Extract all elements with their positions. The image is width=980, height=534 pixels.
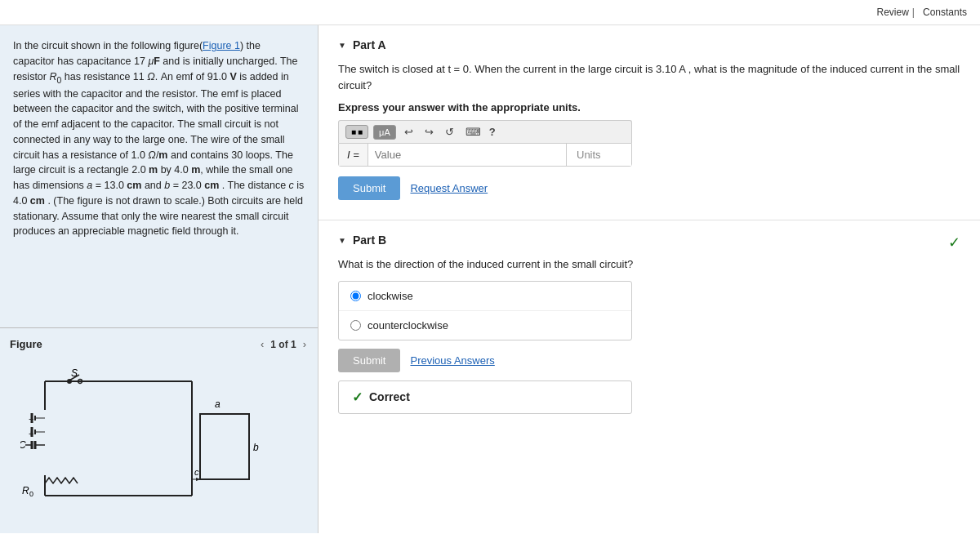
option-clockwise: clockwise	[339, 282, 631, 311]
a-label: a	[215, 398, 220, 410]
figure-page-info: 1 of 1	[270, 339, 296, 350]
review-link[interactable]: Review	[876, 7, 908, 18]
figure-label: Figure	[10, 338, 42, 350]
figure-header: Figure ‹ 1 of 1 ›	[0, 335, 318, 357]
express-label: Express your answer with the appropriate…	[338, 101, 960, 113]
correct-check-icon: ✓	[352, 389, 363, 405]
prev-answers-link[interactable]: Previous Answers	[410, 354, 494, 367]
part-b-header: ▼ Part B	[338, 234, 960, 247]
r0-sub: 0	[29, 490, 33, 498]
main-layout: In the circuit shown in the following fi…	[0, 25, 980, 533]
units-display: Units	[566, 144, 631, 166]
problem-intro: In the circuit shown in the following fi…	[13, 40, 203, 51]
top-bar: Review | Constants	[0, 0, 980, 25]
counterclockwise-radio[interactable]	[350, 320, 361, 331]
undo-icon[interactable]: ↩	[401, 124, 416, 140]
part-a-arrow: ▼	[338, 41, 346, 50]
cap-label: C	[20, 439, 26, 451]
reset-icon[interactable]: ↺	[442, 124, 457, 140]
part-b-label: Part B	[353, 234, 386, 247]
part-a-question: The switch is closed at t = 0. When the …	[338, 61, 960, 93]
correct-label: Correct	[369, 390, 410, 403]
separator: |	[912, 7, 915, 18]
figure-link[interactable]: Figure 1	[203, 40, 240, 51]
submit-row-b: Submit Previous Answers	[338, 349, 632, 372]
figure-prev-btn[interactable]: ‹	[259, 338, 265, 350]
problem-text: In the circuit shown in the following fi…	[0, 25, 318, 327]
answer-label: I =	[339, 144, 368, 166]
format-btn[interactable]: ■■	[345, 125, 368, 139]
figure-next-btn[interactable]: ›	[301, 338, 308, 350]
clockwise-label[interactable]: clockwise	[368, 290, 413, 302]
part-b-checkmark: ✓	[948, 234, 960, 251]
request-answer-link[interactable]: Request Answer	[410, 182, 488, 194]
left-panel: In the circuit shown in the following fi…	[0, 25, 318, 533]
correct-box: ✓ Correct	[338, 380, 632, 414]
submit-btn-b: Submit	[338, 349, 400, 372]
figure-nav: ‹ 1 of 1 ›	[259, 338, 308, 350]
unit-btn[interactable]: μA	[373, 125, 396, 140]
part-a-section: ▼ Part A The switch is closed at t = 0. …	[318, 25, 980, 220]
radio-options: clockwise counterclockwise	[338, 281, 632, 340]
figure-section: Figure ‹ 1 of 1 ›	[0, 327, 318, 533]
input-toolbar: ■■ μA ↩ ↪ ↺ ⌨ ?	[338, 120, 632, 143]
submit-btn[interactable]: Submit	[338, 176, 400, 200]
redo-icon[interactable]: ↪	[421, 124, 437, 140]
part-a-header: ▼ Part A	[338, 38, 960, 51]
right-panel: ▼ Part A The switch is closed at t = 0. …	[318, 25, 980, 533]
part-b-question: What is the direction of the induced cur…	[338, 256, 960, 273]
part-b-section: ✓ ▼ Part B What is the direction of the …	[318, 220, 980, 427]
value-input[interactable]	[368, 144, 566, 166]
part-b-arrow: ▼	[338, 236, 346, 245]
answer-row: I = Units	[338, 143, 632, 167]
c-label: c	[194, 467, 199, 477]
counterclockwise-label[interactable]: counterclockwise	[368, 319, 448, 332]
clockwise-radio[interactable]	[350, 291, 361, 301]
part-a-label: Part A	[353, 38, 386, 51]
circuit-diagram: S − +	[0, 357, 318, 527]
problem-body: ) the capacitor has capacitance 17 μF an…	[13, 40, 304, 237]
b-label: b	[253, 442, 259, 453]
keyboard-icon[interactable]: ⌨	[462, 124, 484, 140]
option-counterclockwise: counterclockwise	[339, 311, 631, 340]
action-row: Submit Request Answer	[338, 176, 960, 200]
small-circuit	[200, 414, 249, 479]
constants-link[interactable]: Constants	[923, 7, 967, 18]
circuit-svg: S − +	[20, 357, 298, 520]
help-icon[interactable]: ?	[489, 126, 496, 138]
r0-label: R	[22, 485, 29, 496]
